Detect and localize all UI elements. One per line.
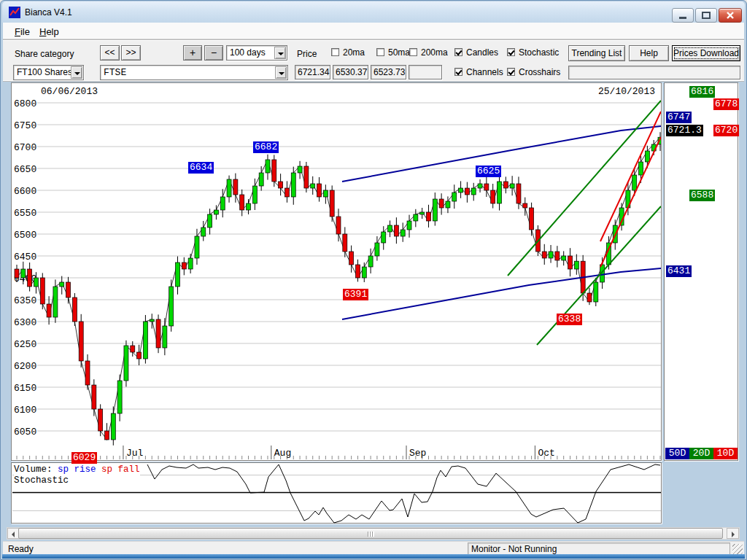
status-ready-text: Ready: [8, 544, 34, 554]
channel-value-label: 6431: [666, 265, 692, 277]
svg-text:6650: 6650: [14, 164, 36, 175]
category-select[interactable]: FT100 Shares: [13, 65, 84, 80]
forward-button[interactable]: >>: [121, 45, 141, 61]
svg-text:6050: 6050: [14, 427, 36, 438]
volume-legend: Volume: sp rise sp fall: [14, 464, 140, 475]
svg-text:Oct: Oct: [538, 448, 554, 459]
resize-grip[interactable]: [732, 544, 743, 554]
dropdown-arrow-icon[interactable]: [275, 66, 287, 79]
status-bar: Ready Monitor - Not Running: [3, 541, 744, 556]
high-price-label: 6634: [188, 162, 214, 174]
legend-50d: 50D: [665, 448, 689, 459]
minimize-button[interactable]: [672, 8, 694, 23]
svg-text:6100: 6100: [14, 405, 36, 416]
notes-field[interactable]: [568, 66, 740, 79]
maximize-button[interactable]: [695, 8, 717, 23]
channel-value-label: 6720: [713, 125, 739, 136]
svg-text:6200: 6200: [14, 361, 36, 372]
checkbox-box-icon[interactable]: [454, 48, 462, 56]
monitor-status-panel: Monitor - Not Running: [468, 542, 730, 555]
checkbox-box-icon[interactable]: [454, 68, 462, 76]
prices-download-button[interactable]: Prices Download: [672, 45, 740, 61]
svg-text:6800: 6800: [14, 98, 36, 109]
checkbox-box-icon[interactable]: [507, 48, 515, 56]
svg-text:Sep: Sep: [409, 448, 426, 459]
window-title: Bianca V4.1: [25, 7, 72, 18]
checkbox-box-icon[interactable]: [507, 68, 515, 76]
channel-value-label: 6778: [713, 98, 739, 110]
svg-text:6450: 6450: [14, 252, 36, 262]
range-select[interactable]: 100 days: [226, 45, 287, 61]
stochastic-label: Stochastic: [14, 475, 69, 486]
chart-end-date: 25/10/2013: [598, 86, 655, 97]
zoom-out-button[interactable]: −: [204, 45, 223, 61]
title-bar[interactable]: Bianca V4.1: [2, 1, 745, 23]
checkbox-box-icon[interactable]: [376, 48, 384, 56]
price-field-2[interactable]: 6530.37: [333, 65, 368, 79]
window-bottom-edge: [2, 554, 745, 559]
zoom-in-button[interactable]: +: [183, 45, 202, 61]
close-button[interactable]: [719, 8, 742, 23]
price-field-4[interactable]: [409, 65, 442, 79]
channel-value-label: 6588: [689, 190, 715, 201]
trending-list-button[interactable]: Trending List: [568, 45, 625, 61]
svg-text:6700: 6700: [14, 142, 36, 153]
svg-text:6300: 6300: [14, 317, 36, 328]
low-price-label: 6338: [557, 314, 582, 325]
high-price-label: 6625: [476, 166, 501, 177]
svg-text:6600: 6600: [14, 186, 36, 197]
high-price-label: 6682: [253, 141, 279, 153]
checkbox-box-icon[interactable]: [331, 48, 339, 56]
dropdown-arrow-icon[interactable]: [71, 66, 82, 79]
price-chart-panel: 6800675067006650660065506500645064006350…: [11, 82, 662, 461]
candlestick-chart[interactable]: 6800675067006650660065506500645064006350…: [12, 84, 661, 459]
horizontal-scrollbar[interactable]: [7, 527, 740, 540]
chart-start-date: 06/06/2013: [41, 86, 98, 97]
svg-text:6500: 6500: [14, 230, 36, 241]
channel-value-label: 6747: [666, 112, 692, 123]
scroll-right-arrow-icon[interactable]: [727, 528, 739, 539]
help-button[interactable]: Help: [629, 45, 669, 61]
dropdown-arrow-icon[interactable]: [274, 47, 286, 59]
svg-text:6150: 6150: [14, 383, 36, 394]
checkbox-box-icon[interactable]: [409, 48, 417, 56]
channel-values-panel: 6816677867476721.367206588643150D20D10D: [664, 82, 738, 461]
stochastic-panel: Volume: sp rise sp fall Stochastic: [11, 462, 662, 524]
menu-bar: FileHelp: [3, 23, 744, 39]
menu-item-file[interactable]: File: [12, 26, 33, 38]
svg-text:Aug: Aug: [274, 448, 291, 459]
svg-text:6350: 6350: [14, 295, 36, 306]
low-price-label: 6391: [343, 289, 368, 300]
share-select[interactable]: FTSE: [100, 65, 288, 80]
channel-value-label: 6816: [689, 86, 715, 98]
app-icon: [9, 7, 20, 18]
price-label: Price: [297, 49, 317, 59]
price-field-1[interactable]: 6721.34: [295, 65, 330, 79]
back-button[interactable]: <<: [100, 45, 120, 61]
scrollbar-thumb[interactable]: [18, 528, 723, 539]
low-price-label: 6029: [71, 452, 97, 464]
share-category-label: Share category: [15, 49, 74, 59]
app-window: Bianca V4.1 FileHelp Share category << >…: [0, 0, 747, 560]
svg-text:Jul: Jul: [126, 448, 144, 459]
scrollbar-grip-icon: [368, 532, 374, 537]
svg-text:6550: 6550: [14, 208, 36, 219]
menu-item-help[interactable]: Help: [36, 26, 62, 38]
toolbar: Share category << >> + − 100 days Price …: [3, 39, 744, 82]
price-field-3[interactable]: 6523.73: [371, 65, 406, 79]
svg-text:6750: 6750: [14, 120, 36, 131]
legend-10d: 10D: [713, 448, 738, 459]
svg-text:6250: 6250: [14, 339, 36, 350]
legend-20d: 20D: [689, 448, 713, 459]
channel-value-label: 6721.3: [666, 125, 703, 136]
